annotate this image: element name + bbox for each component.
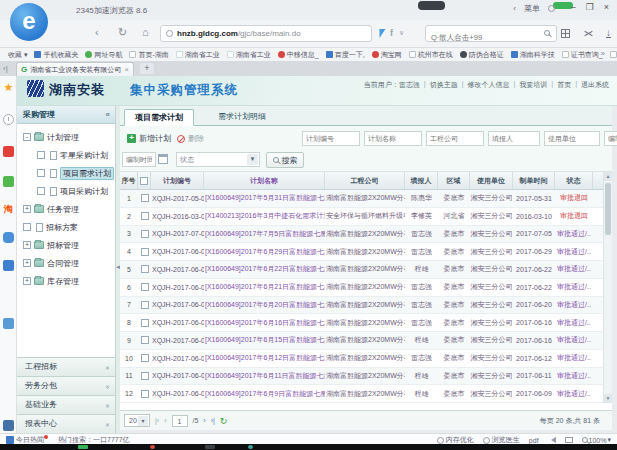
menu-back-icon[interactable]: ‹ [513,4,516,13]
table-row[interactable]: 9 XQJH-2017-06-00.. [X1600649]2017年6月15日… [120,332,612,350]
filter-time-start-input[interactable] [604,131,617,146]
col-unit[interactable]: 使用单位 [470,172,513,189]
tree-expander-icon[interactable] [37,187,45,195]
tab-project-demand-plan[interactable]: 项目需求计划 [124,109,194,126]
col-region[interactable]: 区域 [438,172,470,189]
table-row[interactable]: 10 XQJH-2017-06-00.. [X1600649]2017年6月12… [120,350,612,368]
tree-expander-icon[interactable] [37,169,45,177]
tree-expander-icon[interactable]: + [23,241,31,249]
address-bar[interactable]: hnzb.gldcg.com/gjc/base/main.do [160,25,372,42]
add-plan-button[interactable]: + 新增计划 [122,131,176,146]
bookmark-item[interactable]: 网址导航 [85,50,122,60]
table-row[interactable]: 11 XQJH-2017-06-00.. [X1600649]2017年6月11… [120,368,612,386]
link-training[interactable]: 我要培训 [519,80,547,90]
sidebar-tree-item[interactable]: 项目需求计划 [17,164,115,182]
tree-expander-icon[interactable]: - [23,133,31,141]
tab-scroll-left-icon[interactable]: ‹| [3,64,8,73]
snapshot-icon[interactable] [565,437,573,443]
bookmark-item[interactable]: 首页-湖南 [129,50,168,60]
first-page-button[interactable]: |‹ [155,417,159,424]
filter-company-input[interactable] [426,131,484,146]
calendar-icon[interactable] [158,154,168,164]
row-checkbox[interactable] [141,390,149,398]
accordion-section[interactable]: 劳务分包 » [17,376,115,395]
col-person[interactable]: 填报人 [405,172,438,189]
refresh-icon[interactable]: ↻ [220,416,228,426]
new-tab-button[interactable]: + [140,63,154,74]
sidebar-tree-item[interactable]: - 计划管理 [17,128,115,146]
grid-scrollbar[interactable]: ▲ ▼ [603,172,612,403]
tree-expander-icon[interactable]: + [23,277,31,285]
download-icon[interactable]: ↓ [606,28,611,38]
row-checkbox[interactable] [141,265,149,273]
col-plan-no[interactable]: 计划编号 [151,172,204,189]
search-icon[interactable] [544,30,550,36]
table-row[interactable]: 8 XQJH-2017-06-00.. [X1600649]2017年6月16日… [120,314,612,332]
bookmark-item[interactable]: 湖南省工业 [176,50,220,60]
side-app-icon[interactable]: ★ [3,82,14,93]
table-row[interactable]: 1 XQJH-2017-05-00.. [X1600649]2017年5月31日… [120,190,612,208]
row-checkbox[interactable] [141,230,149,238]
row-checkbox[interactable] [141,336,149,344]
browser-search-box[interactable] [425,25,557,42]
scroll-up-icon[interactable]: ▲ [604,172,612,181]
minimize-button[interactable]: – [571,2,576,12]
link-switch-theme[interactable]: 切换主题 [430,80,458,90]
sidebar-tree-item[interactable]: + 库存管理 [17,272,115,290]
zoom-control[interactable]: 100% ▾ [582,436,611,444]
sidebar-tree-item[interactable]: + 合同管理 [17,254,115,272]
col-checkbox[interactable] [138,172,151,189]
side-app-icon[interactable] [3,146,14,157]
table-row[interactable]: 12 XQJH-2017-06-00.. [X1600649]2017年6月9日… [120,385,612,403]
side-app-icon[interactable] [3,114,14,125]
maximize-button[interactable]: ❐ [586,2,594,12]
row-checkbox[interactable] [141,212,149,220]
extension-f-icon[interactable]: f [390,28,393,38]
bookmark-item[interactable]: 杭州市在线 [409,50,453,60]
delete-button[interactable]: 删除 [172,131,209,146]
bookmark-item[interactable]: 证书查询_ [562,50,603,60]
row-checkbox[interactable] [141,194,149,202]
table-row[interactable]: 5 XQJH-2017-06-00.. [X1600649]2017年6月22日… [120,261,612,279]
status-select[interactable]: 状态 ▼ [176,152,260,167]
col-date[interactable]: 制单时间 [513,172,555,189]
close-button[interactable]: × [604,2,609,12]
bookmark-item[interactable]: 百度一下, [326,50,365,60]
row-checkbox[interactable] [141,248,149,256]
last-page-button[interactable]: ›| [211,417,215,424]
search-button[interactable]: 搜索 [266,152,304,168]
reload-icon[interactable]: ↻ [118,26,127,39]
bookmark-item[interactable]: 湖南省工业 [227,50,271,60]
row-checkbox[interactable] [141,301,149,309]
volume-icon[interactable] [548,437,556,443]
screenshot-scissors-icon[interactable] [583,29,593,38]
pdf-icon[interactable]: pdf [529,437,539,444]
page-number-input[interactable]: 1 [172,415,188,427]
bookmark-item[interactable]: 防伪合格证 [460,50,504,60]
filter-unit-input[interactable] [544,131,600,146]
table-row[interactable]: 4 XQJH-2017-06-00.. [X1600649]2017年6月29日… [120,243,612,261]
browser-menu-button[interactable]: 菜单 [524,3,540,14]
table-row[interactable]: 6 XQJH-2017-06-00.. [X1600649]2017年6月21日… [120,279,612,297]
side-app-icon[interactable] [3,318,14,329]
side-app-icon[interactable] [3,232,14,243]
taskbar-app-icon[interactable] [78,445,88,449]
row-checkbox[interactable] [141,319,149,327]
side-app-icon[interactable] [3,176,14,187]
tab-demand-plan-detail[interactable]: 需求计划明细 [208,109,276,126]
taskbar-app-icon[interactable] [150,445,155,449]
filter-person-input[interactable] [488,131,540,146]
table-row[interactable]: 2 XQJH-2016-03-00.. [X1400213]2016年3月中捷石… [120,208,612,226]
next-page-button[interactable]: › [203,417,205,424]
tab-close-icon[interactable]: × [124,65,129,74]
home-icon[interactable]: ⌂ [142,26,149,38]
account-icon[interactable] [548,5,555,12]
row-checkbox[interactable] [141,372,149,380]
accordion-section[interactable]: 报表中心 » [17,414,115,433]
bookmark-item[interactable]: 淘宝网 [372,50,402,60]
bookmark-item[interactable]: 湖南科学技 [511,50,555,60]
row-checkbox[interactable] [141,354,149,362]
filter-time-end-input[interactable] [122,152,156,167]
filter-plan-name-input[interactable] [364,131,422,146]
side-app-icon[interactable] [3,260,14,271]
